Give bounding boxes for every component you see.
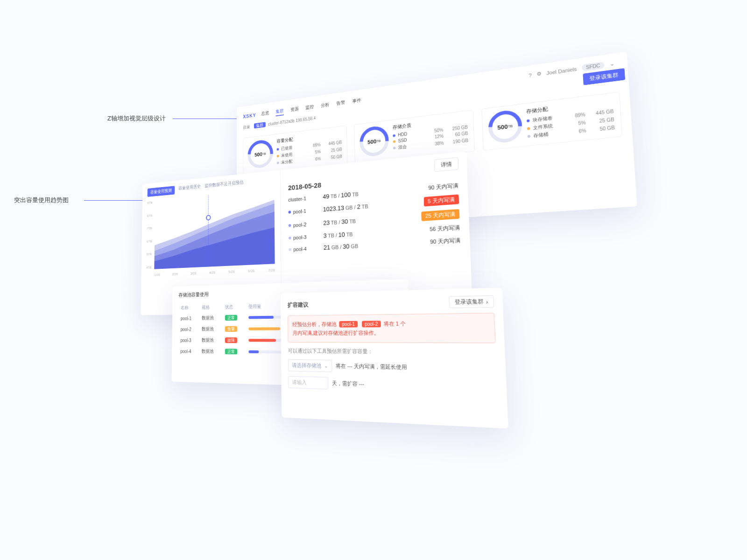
cluster-predict: 90 天内写满	[413, 182, 458, 193]
svg-point-1	[206, 215, 211, 220]
cluster-name: cluster-1	[288, 194, 318, 202]
suggestion-title: 扩容建议	[288, 301, 309, 309]
donut-icon: 500TB	[359, 125, 389, 158]
status-badge: 告警	[225, 326, 237, 331]
stage: XSKY 总览集群资源监控分析告警事件 ? ⚙ Joel Daniels SFD…	[131, 65, 635, 448]
pool-predict: 25 天内写满	[414, 209, 459, 222]
chevron-right-icon: ›	[486, 298, 488, 305]
nav-item[interactable]: 监控	[305, 104, 314, 112]
pool-size: 23 TB / 30 TB	[323, 214, 409, 227]
pool-select[interactable]: 请选择存储池 ⌄	[288, 359, 332, 372]
chevron-down-icon: ⌄	[324, 363, 328, 369]
donut-card: 500TB存储分配块存储卷89%445 GB文件系统5%25 GB存储桶6%50…	[481, 91, 622, 150]
tab-insufficient[interactable]: 监控数据不足开启预估	[204, 179, 244, 192]
pool-name: pool-4	[289, 245, 319, 252]
gear-icon[interactable]: ⚙	[536, 70, 542, 77]
chevron-down-icon[interactable]: ⌄	[609, 61, 614, 67]
pool-name: pool-2	[289, 220, 319, 228]
pool-predict: 56 天内写满	[414, 224, 460, 234]
area-chart: 9TB8TB7TB6TB5TB4TB 1/282/283/284/285/286…	[146, 189, 275, 277]
donut-icon: 500TB	[488, 109, 523, 144]
pool-predict: 90 天内写满	[415, 237, 460, 246]
nav-item[interactable]: 集群	[275, 108, 283, 116]
detail-button[interactable]: 详情	[434, 157, 459, 172]
status-badge: 正常	[225, 315, 237, 320]
area-svg	[154, 189, 275, 269]
pool-predict: 5 天内写满	[413, 195, 459, 208]
annotation-trend: 突出容量使用趋势图	[14, 196, 69, 204]
nav-item[interactable]: 总览	[261, 110, 269, 118]
org-badge[interactable]: SFDC	[582, 62, 605, 72]
nav-item[interactable]: 资源	[290, 105, 299, 114]
status-badge: 正常	[225, 349, 238, 354]
layer-suggestion: 扩容建议 登录该集群› 经预估分析，存储池 pool-1 pool-2 将在 1…	[281, 287, 508, 428]
predict-text: 将在 --- 天内写满，需延长使用	[336, 363, 407, 371]
pool-size: 21 GB / 30 GB	[324, 239, 410, 251]
pool-size: 1023.13 GB / 2 TB	[323, 199, 409, 213]
alert-box: 经预估分析，存储池 pool-1 pool-2 将在 1 个 月内写满,建议对存…	[288, 313, 496, 343]
svg-line-0	[208, 196, 209, 267]
pool-name: pool-3	[289, 233, 319, 241]
logo: XSKY	[243, 112, 256, 119]
tab-history[interactable]: 容量使用历史	[178, 183, 201, 194]
user-name[interactable]: Joel Daniels	[546, 66, 577, 76]
annotation-label: 突出容量使用趋势图	[14, 196, 69, 203]
result-text: 天，需扩容 ---	[332, 380, 364, 388]
donut-icon: 500TB	[247, 139, 273, 169]
alert-pool-1: pool-1	[339, 321, 358, 328]
nav-item[interactable]: 事件	[352, 97, 361, 106]
pool-name: pool-1	[289, 207, 319, 215]
days-input[interactable]: 请输入	[288, 376, 328, 390]
pool-size: 3 TB / 10 TB	[324, 227, 410, 239]
help-icon[interactable]: ?	[529, 72, 532, 78]
alert-pool-2: pool-2	[362, 321, 381, 327]
breadcrumb-section: 容量	[243, 125, 250, 130]
breadcrumb-tag: 集群	[254, 122, 266, 128]
login-cluster-link[interactable]: 登录该集群›	[449, 295, 494, 308]
status-badge: 故障	[225, 337, 237, 343]
nav-item[interactable]: 告警	[336, 99, 345, 108]
cluster-size: 49 TB / 100 TB	[323, 186, 408, 201]
tool-hint: 可以通过以下工具预估所需扩容容量：	[288, 347, 496, 357]
nav-item[interactable]: 分析	[321, 101, 330, 110]
tab-forecast[interactable]: 容量使用预测	[148, 186, 175, 197]
